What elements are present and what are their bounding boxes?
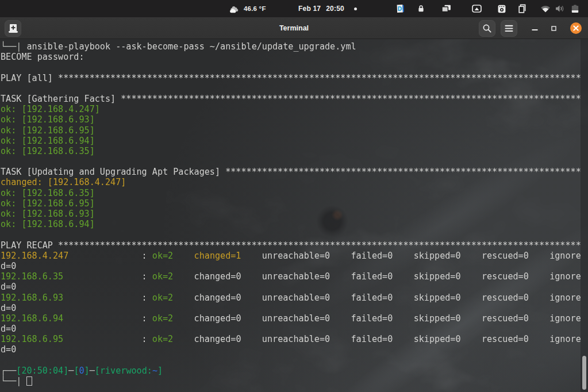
terminal-text-segment: ]: [157, 366, 163, 376]
terminal-row: ok: [192.168.6.94]: [1, 136, 581, 146]
terminal-text-segment: d=0: [1, 261, 16, 271]
terminal-row: [1, 83, 581, 94]
terminal-text-segment: ok: [192.168.6.95]: [1, 198, 95, 209]
terminal-text-segment: ok: [192.168.6.93]: [1, 114, 95, 125]
terminal-row: ok: [192.168.4.247]: [1, 104, 581, 114]
new-tab-icon: [7, 23, 20, 34]
terminal-row: [1, 355, 581, 366]
maximize-button[interactable]: [548, 17, 559, 39]
terminal-text-segment: [riverwood:: [95, 366, 152, 376]
terminal-row: d=0: [1, 282, 581, 292]
terminal-text-segment: TASK [Updating and Upgrading Apt Package…: [1, 167, 581, 177]
new-tab-button[interactable]: [5, 20, 21, 37]
scrollbar-thumb[interactable]: [582, 356, 586, 390]
terminal-text-segment: changed=0 unreachable=0 failed=0 skipped…: [173, 313, 581, 324]
screenshot-tool-icon[interactable]: [472, 0, 482, 17]
terminal-text-segment: ─: [68, 366, 74, 376]
terminal-row: [1, 156, 581, 167]
terminal-text-segment: ok: [192.168.6.35]: [1, 188, 95, 198]
clock-time: 20:50: [326, 5, 344, 13]
terminal-text-segment: :: [63, 271, 152, 282]
terminal-text-segment: ok: [192.168.6.94]: [1, 219, 95, 229]
terminal-row: d=0: [1, 303, 581, 313]
menu-button[interactable]: [501, 20, 517, 37]
terminal-text-segment: ok=2: [152, 271, 173, 282]
terminal-text-segment: d=0: [1, 324, 16, 334]
terminal-row: d=0: [1, 344, 581, 355]
terminal-text-segment: ─: [90, 366, 95, 376]
terminal-row: ok: [192.168.6.94]: [1, 219, 581, 229]
terminal-text-segment: 192.168.6.95: [1, 334, 63, 344]
terminal-text-segment: 192.168.6.35: [1, 271, 63, 282]
terminal-text-segment: changed=1: [194, 251, 241, 261]
terminal-text-segment: 192.168.6.94: [1, 313, 63, 324]
top-bar: 46.6 °F Feb 17 20:50 D: [0, 0, 588, 17]
terminal-row: ok: [192.168.6.35]: [1, 188, 581, 198]
terminal-output: └──| ansible-playbook --ask-become-pass …: [1, 41, 581, 386]
terminal-text-segment: ok: [192.168.6.94]: [1, 136, 95, 146]
terminal-row: changed: [192.168.4.247]: [1, 177, 581, 187]
terminal-cursor: [26, 376, 32, 386]
terminal-row: [1, 62, 581, 72]
terminal-text-segment: changed=0 unreachable=0 failed=0 skipped…: [173, 271, 581, 282]
terminal-row: BECOME password:: [1, 52, 581, 62]
terminal-text-segment: PLAY [all] *****************************…: [1, 73, 581, 83]
terminal-row: ok: [192.168.6.93]: [1, 114, 581, 125]
d-app-indicator-icon[interactable]: D: [396, 0, 405, 17]
wifi-icon[interactable]: [540, 0, 551, 17]
terminal-text-segment: BECOME password:: [1, 52, 84, 62]
terminal-text-segment: ok: [192.168.6.95]: [1, 125, 95, 136]
battery-icon[interactable]: [571, 0, 579, 17]
weather-widget[interactable]: 46.6 °F: [229, 0, 266, 17]
terminal-text-segment: [173, 251, 194, 261]
terminal-text-segment: changed=0 unreachable=0 failed=0 skipped…: [173, 334, 581, 344]
terminal-text-segment: [20:50:04]: [16, 366, 68, 376]
terminal-text-segment: ok: [192.168.4.247]: [1, 104, 100, 114]
terminal-text-segment: unreachable=0 failed=0 skipped=0 rescued…: [241, 251, 581, 261]
terminal-row: └──| ansible-playbook --ask-become-pass …: [1, 41, 581, 52]
hamburger-menu-icon: [505, 25, 513, 32]
camera-icon[interactable]: [498, 0, 506, 17]
terminal-text-segment: ok=2: [152, 251, 173, 261]
terminal-text-segment: changed: [192.168.4.247]: [1, 177, 126, 187]
clock[interactable]: Feb 17 20:50: [298, 0, 344, 17]
terminal-text-segment: 192.168.4.247: [1, 251, 68, 261]
maximize-icon: [551, 26, 556, 31]
close-button[interactable]: [570, 17, 582, 39]
terminal-row: PLAY [all] *****************************…: [1, 73, 581, 83]
clipboard-icon[interactable]: [518, 0, 526, 17]
terminal-text-segment: ansible-playbook --ask-become-pass ~/ans…: [26, 41, 356, 52]
clock-date: Feb 17: [298, 5, 321, 13]
terminal-text-segment: ┌──: [1, 366, 16, 376]
window-title: Terminal: [0, 17, 588, 39]
terminal-text-segment: ]: [84, 366, 90, 376]
terminal-row: ok: [192.168.6.93]: [1, 209, 581, 219]
terminal-text-segment: ok: [192.168.6.35]: [1, 146, 95, 156]
svg-text:D: D: [397, 6, 402, 12]
terminal-row: ┌──[20:50:04]─[0]─[riverwood:~]: [1, 366, 581, 376]
scrollbar-track[interactable]: [581, 39, 588, 392]
terminal-row: ok: [192.168.6.35]: [1, 146, 581, 156]
terminal-row: [1, 229, 581, 240]
terminal-row: d=0: [1, 324, 581, 334]
terminal-text-segment: ok=2: [152, 293, 173, 303]
notification-dot-icon: [354, 7, 357, 10]
terminal-text-segment: d=0: [1, 303, 16, 313]
lock-icon[interactable]: [418, 0, 424, 17]
terminal-text-segment: └──|: [1, 376, 26, 386]
terminal-row: 192.168.4.247 : ok=2 changed=1 unreachab…: [1, 251, 581, 261]
terminal-viewport[interactable]: └──| ansible-playbook --ask-become-pass …: [0, 39, 588, 392]
terminal-row: d=0: [1, 261, 581, 271]
minimize-button[interactable]: [529, 17, 540, 39]
search-button[interactable]: [479, 20, 495, 37]
window-titlebar[interactable]: Terminal: [0, 17, 588, 39]
close-icon: [570, 22, 582, 34]
volume-icon[interactable]: [555, 0, 566, 17]
terminal-text-segment: d=0: [1, 344, 16, 355]
terminal-row: 192.168.6.95 : ok=2 changed=0 unreachabl…: [1, 334, 581, 344]
terminal-text-segment: PLAY RECAP *****************************…: [1, 240, 581, 251]
workspaces-icon[interactable]: [441, 0, 451, 17]
terminal-row: └──|: [1, 376, 581, 386]
terminal-text-segment: ~: [152, 366, 157, 376]
terminal-text-segment: :: [63, 334, 152, 344]
